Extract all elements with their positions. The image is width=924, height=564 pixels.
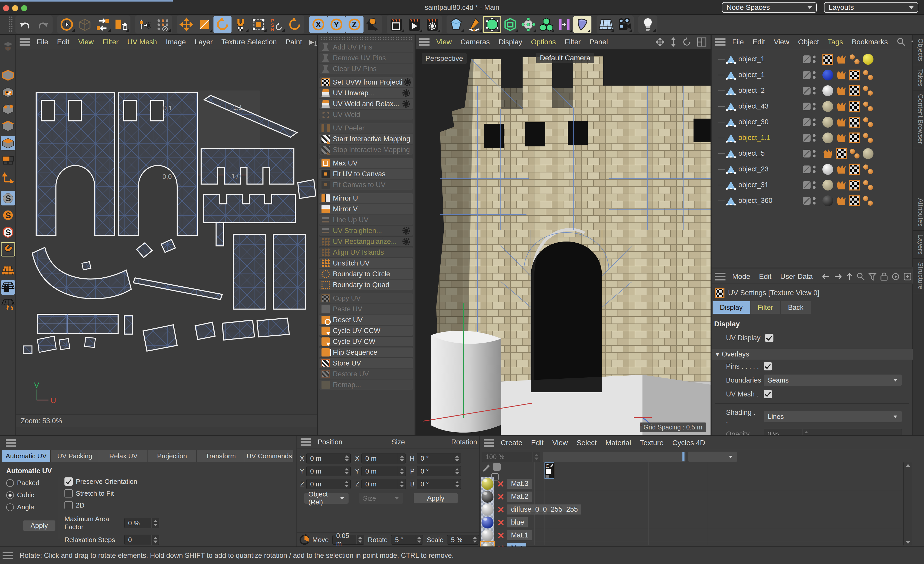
checkbox-icon[interactable] (64, 489, 73, 498)
visibility-toggle[interactable] (803, 197, 811, 205)
make-editable-icon[interactable] (1, 38, 15, 53)
object-name[interactable]: object_360 (738, 196, 803, 205)
attribute-tab[interactable]: Back (781, 302, 812, 314)
rotate-view-icon[interactable] (682, 38, 692, 46)
object-tag-icon[interactable] (822, 101, 833, 112)
panel-menu-icon[interactable] (6, 439, 16, 447)
menu-item[interactable]: Mode (732, 273, 750, 281)
axis-mode-icon[interactable] (1, 170, 15, 184)
channel-column-header[interactable]: C. (544, 462, 554, 479)
delete-material-icon[interactable]: × (495, 478, 506, 489)
coord-input[interactable]: 0 m (306, 479, 351, 489)
menu-item[interactable]: View (774, 38, 789, 46)
uv-tool-tab[interactable]: Projection (148, 450, 197, 462)
quantize-move-field[interactable]: 0.05 m (332, 535, 364, 544)
snap-disabled-icon[interactable]: S (1, 191, 15, 206)
edge-mode-icon[interactable] (1, 119, 15, 133)
material-name[interactable]: Mat.1 (507, 530, 532, 540)
psr-transfer-tool[interactable]: PSR (268, 16, 286, 33)
object-tag-icon[interactable] (862, 164, 873, 175)
panel-menu-icon[interactable] (484, 439, 494, 447)
texture-mode-icon[interactable] (1, 85, 15, 99)
shading-dropdown[interactable]: Lines (764, 411, 902, 422)
render-settings-button[interactable] (423, 16, 441, 33)
modifier-gear-tool[interactable] (136, 16, 154, 33)
viewport-layout-tool[interactable] (112, 16, 130, 33)
snap-magnet-tool[interactable] (231, 16, 250, 33)
object-tag-icon[interactable] (849, 101, 860, 112)
object-tag-icon[interactable] (822, 195, 833, 206)
object-row[interactable]: object_23 (712, 161, 912, 177)
coord-input[interactable]: 0 m (306, 466, 351, 476)
uv-command-button[interactable]: Remap... (319, 380, 413, 390)
uv-tool-tab[interactable]: UV Commands (245, 450, 294, 462)
object-tag-icon[interactable] (836, 54, 847, 65)
up-arrow-icon[interactable] (846, 272, 853, 281)
object-tag-icon[interactable] (822, 180, 833, 190)
live-selection-tool[interactable] (58, 16, 76, 33)
lock-icon[interactable] (880, 272, 888, 281)
menu-item[interactable]: Tags (828, 38, 843, 46)
panel-menu-icon[interactable] (20, 38, 30, 46)
uv-mesh-checkbox[interactable] (764, 390, 772, 398)
material-name[interactable]: blue (507, 518, 528, 527)
camera-label[interactable]: Default Camera (536, 53, 594, 63)
camera-button[interactable] (615, 16, 633, 33)
radio-icon[interactable] (6, 503, 14, 511)
object-tag-icon[interactable] (849, 148, 860, 159)
menu-item[interactable]: View (436, 38, 452, 46)
object-tag-icon[interactable] (862, 180, 873, 190)
rotate-normals-tool[interactable] (286, 16, 304, 33)
track-icon[interactable] (891, 272, 900, 281)
uv-polygon-mode-icon[interactable] (1, 153, 15, 167)
visibility-toggle[interactable] (803, 103, 811, 110)
uv-command-button[interactable]: UV Weld (319, 110, 413, 120)
uv-tool-tab[interactable]: Relax UV (99, 450, 148, 462)
visibility-dots[interactable] (813, 134, 816, 142)
object-tag-icon[interactable] (849, 195, 860, 206)
tab-layers[interactable]: Layers (913, 231, 924, 258)
uv-command-button[interactable]: Clear UV Pins (319, 64, 413, 74)
visibility-toggle[interactable] (803, 181, 811, 189)
material-name[interactable]: Mat.3 (507, 478, 532, 489)
coord-input[interactable]: 0 m (362, 466, 406, 476)
tab-content-browser[interactable]: Content Browser (913, 90, 924, 148)
object-tag-icon[interactable] (822, 132, 833, 143)
tab-objects[interactable]: Objects (913, 35, 924, 65)
object-tag-icon[interactable] (822, 86, 833, 96)
visibility-toggle[interactable] (803, 71, 811, 79)
forward-arrow-icon[interactable] (834, 272, 843, 281)
menu-overflow-arrow[interactable]: ▶ (309, 38, 314, 46)
object-name[interactable]: object_5 (738, 150, 803, 158)
material-zoom-field[interactable]: 100 % (482, 452, 540, 462)
uv-tool-tab[interactable]: Automatic UV (2, 450, 51, 462)
object-tag-icon[interactable] (862, 70, 873, 80)
uv-command-button[interactable]: Fit Canvas to UV (319, 180, 413, 190)
radio-option[interactable]: Angle (6, 503, 39, 511)
material-thumbnail[interactable] (481, 516, 494, 529)
add-panel-icon[interactable] (903, 272, 912, 281)
object-tag-icon[interactable] (862, 132, 873, 143)
object-tag-icon[interactable] (849, 132, 860, 143)
gear-icon[interactable] (402, 226, 411, 235)
object-tag-icon[interactable] (836, 148, 847, 159)
position-mode-dropdown[interactable]: Object (Rel) (304, 493, 349, 504)
lock-workplane-icon[interactable] (1, 280, 15, 295)
visibility-dots[interactable] (813, 149, 816, 158)
uv-command-button[interactable]: Fit UV to Canvas (319, 169, 413, 179)
object-name[interactable]: object_23 (738, 165, 803, 173)
material-row[interactable]: × Mat.3 (481, 477, 902, 490)
quantize-icon[interactable] (298, 534, 309, 546)
uv-canvas[interactable]: 0,0 1,0 0,1 1,1 V U (16, 50, 317, 414)
back-arrow-icon[interactable] (821, 272, 830, 281)
object-tag-icon[interactable] (836, 117, 847, 128)
status-menu-icon[interactable] (3, 552, 13, 560)
object-row[interactable]: object_2 (712, 83, 912, 99)
tab-structure[interactable]: Structure (913, 258, 924, 294)
object-name[interactable]: object_2 (738, 87, 803, 94)
menu-item[interactable]: Paint (286, 38, 302, 46)
checkbox-option[interactable]: 2D (64, 501, 137, 509)
coordinate-system-button[interactable] (363, 16, 382, 33)
object-name[interactable]: object_1.1 (738, 134, 803, 142)
object-tag-icon[interactable] (862, 54, 873, 65)
